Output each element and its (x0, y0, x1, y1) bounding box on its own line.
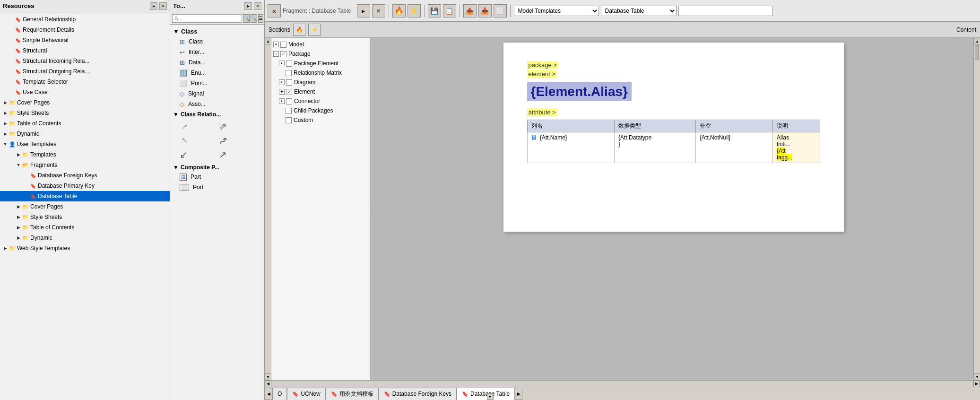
relation-arrow-2[interactable]: ⇒ (219, 121, 255, 132)
tree-item-db-primary-key[interactable]: 🔖 Database Primary Key (0, 181, 170, 191)
sections-btn1[interactable]: 🔥 (293, 24, 305, 36)
template-icon: 🔖 (14, 88, 22, 96)
ct-check-custom[interactable] (286, 117, 292, 123)
toolbar-export[interactable]: 📤 (463, 4, 477, 17)
toolbar-save[interactable]: 💾 (428, 4, 441, 17)
template-select[interactable]: Database Table (601, 6, 676, 16)
class-item-interface[interactable]: ↩ Inter... (170, 47, 264, 57)
class-item-signal[interactable]: ◇ Signal (170, 88, 264, 99)
ct-expand-package[interactable]: − (273, 51, 279, 57)
ct-check-package[interactable] (280, 51, 286, 57)
tree-item-table-of-contents2[interactable]: 📁 Table of Contents (0, 222, 170, 233)
tree-item-simple-behavioral[interactable]: 🔖 Simple Behavioral (0, 35, 170, 45)
class-item-asso[interactable]: ◇ Asso... (170, 99, 264, 109)
ct-check-rel-matrix[interactable] (286, 70, 292, 76)
ct-check-element[interactable] (286, 89, 292, 95)
ct-check-child-packages[interactable] (286, 108, 292, 114)
tree-item-structural[interactable]: 🔖 Structural (0, 45, 170, 56)
hscroll-left-btn[interactable]: ◀ (265, 381, 271, 387)
main-close-btn[interactable]: × (372, 4, 385, 17)
search-btn2[interactable]: 🔍 (251, 14, 257, 23)
tree-label: Requirement Details (23, 26, 74, 33)
rscroll-up-btn[interactable]: ▲ (974, 38, 980, 44)
ct-check-connector[interactable] (286, 98, 292, 104)
class-item-enum[interactable]: 🔢 Enu... (170, 68, 264, 78)
tree-item-cover-pages[interactable]: 📁 Cover Pages (0, 97, 170, 108)
ct-item-diagram[interactable]: + Diagram (271, 78, 370, 87)
class-expand-arrow[interactable]: ▼ (173, 28, 179, 35)
middle-close-btn[interactable]: × (254, 2, 261, 10)
ct-check-diagram[interactable] (286, 79, 292, 86)
ct-item-pkg-element[interactable]: + Package Element (271, 59, 370, 68)
tree-item-style-sheets2[interactable]: 📁 Style Sheets (0, 212, 170, 222)
scroll-down-btn2[interactable]: ▼ (265, 374, 271, 380)
arrow-icon: ↙ (180, 149, 188, 160)
ct-item-model[interactable]: + Model (271, 40, 370, 49)
sections-btn2[interactable]: ⚡ (308, 24, 321, 36)
toolbar-icon-2[interactable]: ⚡ (408, 4, 421, 17)
tree-item-template-selector[interactable]: 🔖 Template Selector (0, 77, 170, 87)
tree-item-dynamic[interactable]: 📁 Dynamic (0, 129, 170, 139)
ct-check-model[interactable] (280, 42, 286, 48)
ct-item-package[interactable]: − Package (271, 49, 370, 59)
tree-item-templates[interactable]: 📁 Templates (0, 149, 170, 160)
class-item-prim[interactable]: ⬜ Prim... (170, 78, 264, 88)
rscroll-down-btn[interactable]: ▼ (974, 374, 980, 380)
scroll-up-btn[interactable]: ▲ (265, 38, 271, 44)
relation-arrow-6[interactable]: ↗ (219, 149, 255, 160)
tree-item-table-of-contents[interactable]: 📁 Table of Contents (0, 118, 170, 129)
main-pin-btn[interactable]: ▸ (357, 4, 370, 17)
tree-item-db-foreign-keys[interactable]: 🔖 Database Foreign Keys (0, 170, 170, 181)
toolbar-icon-1[interactable]: 🔥 (392, 4, 406, 17)
relation-arrow-5[interactable]: ↙ (180, 149, 216, 160)
tree-item-db-table[interactable]: 🔖 Database Table (0, 191, 170, 201)
class-item-data[interactable]: ⊞ Data... (170, 57, 264, 68)
ct-item-connector[interactable]: + Connector (271, 96, 370, 106)
model-select[interactable]: Model Templates (514, 6, 599, 16)
tree-item-style-sheets[interactable]: 📁 Style Sheets (0, 108, 170, 118)
ct-item-child-packages[interactable]: Child Packages (271, 106, 370, 115)
search-input[interactable] (172, 14, 242, 23)
toolbar-import[interactable]: 📥 (478, 4, 492, 17)
tree-item-dynamic2[interactable]: 📁 Dynamic (0, 233, 170, 243)
back-btn[interactable]: « (268, 4, 281, 17)
tree-item-structural-outgoing[interactable]: 🔖 Structural Outgoing Rela... (0, 66, 170, 77)
tree-item-general-relationship[interactable]: 🔖 General Relationship (0, 14, 170, 25)
composite-expand[interactable]: ▼ (173, 164, 179, 171)
tree-item-cover-pages2[interactable]: 📁 Cover Pages (0, 201, 170, 212)
search-btn[interactable]: 🔍 (243, 14, 250, 23)
template-text-field[interactable] (678, 6, 773, 16)
ct-item-element[interactable]: + Element (271, 87, 370, 96)
tree-arrow (2, 245, 9, 252)
resources-pin-btn[interactable]: ▸ (150, 2, 157, 10)
tree-item-use-case[interactable]: 🔖 Use Case (0, 87, 170, 97)
ct-expand-connector[interactable]: + (279, 98, 285, 104)
class-relation-expand[interactable]: ▼ (173, 111, 179, 118)
toolbar-square[interactable]: ⬜ (494, 4, 507, 17)
hscroll-right-btn[interactable]: ▶ (973, 381, 980, 387)
ct-check-pkg-element[interactable] (286, 61, 292, 67)
resources-close-btn[interactable]: × (159, 2, 167, 10)
ct-expand-diagram[interactable]: + (279, 79, 285, 85)
class-item-part[interactable]: ⊞ Part (170, 172, 264, 182)
resources-panel: Resources ▸ × 🔖 General Relationship 🔖 R… (0, 0, 170, 400)
middle-pin-btn[interactable]: ▸ (244, 2, 252, 10)
ct-expand-pkg-element[interactable]: + (279, 61, 285, 66)
tree-item-requirement-details[interactable]: 🔖 Requirement Details (0, 25, 170, 35)
tree-item-structural-incoming[interactable]: 🔖 Structural Incoming Rela... (0, 56, 170, 66)
ct-expand-model[interactable]: + (273, 42, 279, 47)
tree-item-web-style[interactable]: 📁 Web Style Templates (0, 243, 170, 253)
ct-label-custom: Custom (294, 117, 313, 123)
class-item-port[interactable]: ⬜ Port (170, 182, 264, 192)
relation-arrow-1[interactable]: → (180, 121, 216, 132)
relation-arrow-3[interactable]: → (180, 135, 216, 146)
menu-btn[interactable]: ☰ (258, 14, 263, 23)
toolbar-copy[interactable]: 📋 (443, 4, 456, 17)
ct-item-rel-matrix[interactable]: Relationship Matrix (271, 68, 370, 78)
relation-arrow-4[interactable]: ↝ (219, 135, 255, 146)
tree-item-user-templates[interactable]: 👤 User Templates (0, 139, 170, 149)
tree-item-fragments[interactable]: 📂 Fragments (0, 160, 170, 170)
class-item-class[interactable]: ⊞ Class (170, 36, 264, 47)
ct-item-custom[interactable]: Custom (271, 115, 370, 125)
ct-expand-element[interactable]: + (279, 89, 285, 95)
